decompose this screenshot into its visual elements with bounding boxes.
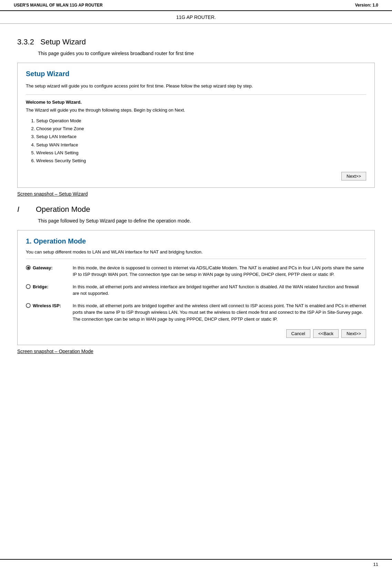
wireless-isp-name: Wireless ISP: [33,303,61,308]
section-332: 3.3.2 Setup Wizard This page guides you … [17,38,375,197]
list-item: Setup LAN Interface [36,133,366,141]
list-item: Wireless Security Setting [36,157,366,165]
wireless-isp-label[interactable]: Wireless ISP: [26,302,67,308]
manual-title: USER'S MANUAL OF WLAN 11G AP ROUTER [14,3,103,8]
wizard-steps-list: Setup Operation Mode Choose your Time Zo… [36,117,366,165]
gateway-label[interactable]: Gateway: [26,265,67,270]
bridge-desc: In this mode, all ethernet ports and wir… [73,283,366,297]
section-i-title: Operation Mode [36,205,90,214]
section-i: I Operation Mode This page followed by S… [17,205,375,354]
wizard-welcome: Welcome to Setup Wizard. [26,100,366,105]
main-content: 3.3.2 Setup Wizard This page guides you … [0,24,392,383]
section-332-heading: 3.3.2 Setup Wizard [17,38,375,46]
gateway-radio[interactable] [26,265,31,270]
wizard-box-title: Setup Wizard [26,70,366,78]
bridge-label[interactable]: Bridge: [26,283,67,289]
operation-mode-box: 1. Operation Mode You can setup differen… [17,230,375,345]
op-buttons-row: Cancel <<Back Next>> [26,329,366,338]
section-i-heading: I Operation Mode [17,205,375,214]
op-mode-snapshot-link[interactable]: Screen snapshot – Operation Mode [17,349,375,354]
list-item: Setup WAN Interface [36,141,366,149]
bridge-name: Bridge: [33,284,49,289]
setup-wizard-box: Setup Wizard The setup wizard will guide… [17,63,375,188]
wizard-next-button[interactable]: Next>> [341,172,366,180]
subheader: 11G AP ROUTER. [0,11,392,24]
wireless-isp-row: Wireless ISP: In this mode, all ethernet… [26,302,366,323]
op-cancel-button[interactable]: Cancel [286,329,310,338]
gateway-row: Gateway: In this mode, the device is sup… [26,265,366,278]
section-i-desc: This page followed by Setup Wizard page … [38,217,375,225]
wizard-box-description: The setup wizard will guide you to confi… [26,83,366,95]
op-back-button[interactable]: <<Back [313,329,339,338]
section-i-number: I [17,205,28,214]
wizard-guide: The Wizard will guide you the through fo… [26,107,366,113]
wireless-isp-desc: In this mode, all ethernet ports are bri… [73,302,366,323]
list-item: Choose your Time Zone [36,125,366,133]
op-box-title: 1. Operation Mode [26,237,366,245]
list-item: Wireless LAN Setting [36,149,366,157]
section-332-title: Setup Wizard [40,38,86,46]
page-number: 11 [373,562,378,567]
section-332-number: 3.3.2 [17,38,34,46]
bridge-row: Bridge: In this mode, all ethernet ports… [26,283,366,297]
page-footer: 11 [0,559,392,569]
gateway-desc: In this mode, the device is supposed to … [73,265,366,278]
setup-wizard-snapshot-link[interactable]: Screen snapshot – Setup Wizard [17,191,375,197]
wireless-isp-radio[interactable] [26,303,31,308]
page-header: USER'S MANUAL OF WLAN 11G AP ROUTER Vers… [0,0,392,11]
gateway-name: Gateway: [33,265,53,270]
version-label: Version: 1.0 [355,3,378,8]
subheader-text: 11G AP ROUTER. [176,14,216,20]
bridge-radio[interactable] [26,284,31,289]
op-box-description: You can setup different modes to LAN and… [26,249,366,259]
section-332-desc: This page guides you to configure wirele… [38,50,375,57]
list-item: Setup Operation Mode [36,117,366,125]
wizard-next-row: Next>> [26,172,366,180]
op-next-button[interactable]: Next>> [341,329,366,338]
